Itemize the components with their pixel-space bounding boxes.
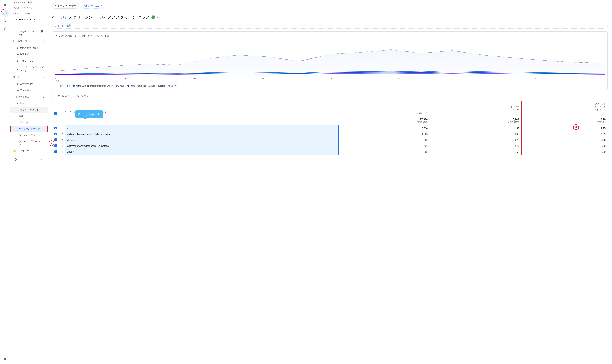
sidebar-item-library[interactable]: 📁 ライブラリ	[10, 148, 48, 154]
legend-slash[interactable]: /	[67, 85, 70, 87]
row-checkbox-cell[interactable]: ✓	[52, 125, 59, 131]
graph-display-button[interactable]: グラフに表示	[52, 93, 72, 99]
add-compare-button[interactable]: 比較対象を追加 +	[81, 3, 105, 9]
sidebar-item-landing-page[interactable]: ランディングページ	[10, 132, 48, 139]
svg-point-5	[5, 27, 6, 29]
sidebar-item-lead-generation[interactable]: ▶ 見込み顧客の獲得	[10, 45, 48, 51]
table-row: ✓ 4 /007/zoo-atwhatagecanchildrenjoyatzo…	[52, 143, 608, 149]
library-label: ライブラリ	[17, 149, 29, 153]
sidebar-item-traffic[interactable]: ▶ トラフィック	[10, 58, 48, 64]
sort-icon	[416, 112, 419, 115]
row-checkbox-cell[interactable]: ✓	[52, 149, 59, 155]
search-placeholder: 検索...	[81, 94, 88, 97]
row-num: 1	[59, 125, 65, 131]
table-body: ✓ 1 / 2,594 1,152 2.25 ✓ 2 /riding-10km-…	[52, 125, 608, 155]
landing-page-label: ランディングページ	[19, 134, 40, 137]
legend-login-label: /login/	[171, 85, 177, 87]
sidebar-item-organic[interactable]: Google オーガニック検索レ...	[10, 28, 48, 38]
legend-total[interactable]: 合計	[55, 84, 64, 87]
svg-rect-0	[3, 13, 4, 14]
arrow-icon-5: ▶	[17, 83, 19, 85]
technology-label: テクノロジー	[20, 89, 34, 92]
views-header[interactable]: 表示回数	[338, 101, 430, 116]
home-nav-icon[interactable]	[1, 1, 9, 9]
user-section-header[interactable]: ユーザー ∧	[10, 74, 48, 80]
row-checkbox[interactable]: ✓	[54, 144, 57, 147]
active-users-header[interactable]: アクティブユーザー	[430, 101, 521, 116]
search-nav-icon[interactable]	[1, 17, 9, 25]
add-dimension-btn[interactable]: +	[104, 110, 108, 114]
per-user-header[interactable]: アクティブユーザーあたりのビュー	[521, 101, 608, 116]
top-bar: すべてのユーザー 比較対象を追加 +	[48, 0, 612, 12]
chart-legend: 合計 / /riding-10km-on-crossover-bike-for-…	[55, 83, 605, 87]
row-path[interactable]: /riding-10km-on-crossover-bike-for-a-yea…	[65, 131, 338, 137]
search-console-section-header[interactable]: Search Console ∧	[10, 11, 48, 17]
business-goals-section-header[interactable]: ビジネス目標 ∧	[10, 38, 48, 45]
title-dropdown-arrow[interactable]: ▾	[156, 15, 158, 19]
sidebar-item-acquisition[interactable]: ▶ 集客	[10, 100, 48, 107]
row-path[interactable]: /login/	[65, 149, 338, 155]
svg-line-13	[79, 96, 79, 97]
sidebar-main: リアルタイムの概要 リアルタイム ページ Search Console ∧ ▼ …	[10, 0, 48, 364]
sidebar-item-technology[interactable]: ▶ テクノロジー	[10, 87, 48, 93]
sidebar-item-demographics[interactable]: ▶ ユーザー属性	[10, 80, 48, 87]
row-path[interactable]: /lineup	[65, 137, 338, 143]
per-user-header-label: アクティブユーザーあたりのビュー	[595, 103, 606, 114]
sidebar-item-overview[interactable]: 概要	[10, 113, 48, 119]
sidebar-item-realtime-page[interactable]: リアルタイム ページ	[10, 5, 48, 11]
row-checkbox[interactable]: ✓	[54, 127, 57, 130]
row-checkbox[interactable]: ✓	[54, 150, 57, 153]
legend-login[interactable]: /login/	[168, 85, 177, 87]
sidebar-item-sales[interactable]: ▶ 販売促進	[10, 51, 48, 58]
sidebar-item-search-console-bold[interactable]: ▼ Search Console	[10, 17, 48, 22]
total-active-users-sub: 全体の 100%	[432, 121, 519, 123]
row-num: 5	[59, 149, 65, 155]
add-filter-label: フィルタを追加	[55, 24, 71, 27]
row-num: 2	[59, 131, 65, 137]
all-users-label: すべてのユーザー	[57, 4, 76, 7]
engagement-goals-label: ユーザー エンゲージメントと...	[20, 66, 45, 72]
search-box[interactable]: 検索...	[75, 93, 90, 99]
row-views: 655	[338, 149, 430, 155]
tooltip-box: ページのパス	[75, 110, 103, 118]
row-checkbox-cell[interactable]: ✓	[52, 131, 59, 137]
chart-area	[55, 41, 605, 77]
sidebar-item-pages-screens[interactable]: ページとスクリーン	[10, 126, 48, 132]
summary-row: 17,814 全体の 100% 8,242 全体の 100% 2.16 平均差 …	[52, 116, 608, 125]
filter-bar: フィルタを追加 +	[48, 23, 612, 31]
analytics-nav-icon[interactable]: 1	[1, 9, 9, 16]
advertising-nav-icon[interactable]	[1, 25, 9, 32]
table-row: ✓ 1 / 2,594 1,152 2.25	[52, 125, 608, 131]
row-checkbox[interactable]: ✓	[54, 139, 57, 141]
row-path[interactable]: /007/zoo-atwhatagecanchildrenjoyatzoo/	[65, 143, 338, 149]
sidebar-footer-icons	[1, 355, 9, 363]
settings-icon[interactable]	[1, 355, 9, 363]
lead-gen-label: 見込み顧客の獲得	[20, 46, 39, 50]
all-users-chip[interactable]: すべてのユーザー	[52, 3, 79, 9]
sidebar-item-query[interactable]: クエリ	[10, 22, 48, 28]
legend-total-label: 合計	[60, 84, 64, 87]
summary-active-users: 8,242 全体の 100%	[430, 116, 521, 125]
svg-point-9	[116, 85, 118, 87]
sidebar-item-landing-page-blog[interactable]: ランディングページのブロ...	[10, 139, 48, 148]
sidebar-item-engagement-main[interactable]: ▼ エンゲージメント	[10, 107, 48, 113]
sidebar-item-realtime-overview[interactable]: リアルタイムの概要	[10, 0, 48, 5]
lifecycle-section-header[interactable]: ライフサイクル ∧	[10, 93, 48, 100]
add-filter-button[interactable]: フィルタを追加 +	[52, 23, 608, 29]
arrow-icon-4: ▶	[17, 68, 19, 70]
svg-point-10	[127, 85, 129, 87]
select-all-header[interactable]: −	[52, 101, 59, 116]
chart-x-labels: 0110月 03 05 07 09 11 13 15 17	[55, 77, 605, 83]
row-active-users: 677	[430, 143, 521, 149]
legend-riding[interactable]: /riding-10km-on-crossover-bike-for-a-yea…	[73, 85, 113, 87]
row-path[interactable]: /	[65, 125, 338, 131]
demographics-label: ユーザー属性	[20, 82, 34, 85]
indeterminate-checkbox[interactable]: −	[54, 112, 57, 115]
sidebar-item-events[interactable]: イベント	[10, 119, 48, 126]
legend-zoo[interactable]: /007/zoo-atwhatagecanchildrenjoyatzoo/	[127, 85, 166, 87]
row-checkbox[interactable]: ✓	[54, 132, 57, 135]
collapse-sidebar-btn[interactable]	[39, 157, 45, 162]
sidebar-item-engagement-goals[interactable]: ▶ ユーザー エンゲージメントと...	[10, 64, 48, 74]
settings-footer-icon[interactable]	[13, 157, 19, 162]
legend-lineup[interactable]: /lineup	[116, 85, 124, 87]
